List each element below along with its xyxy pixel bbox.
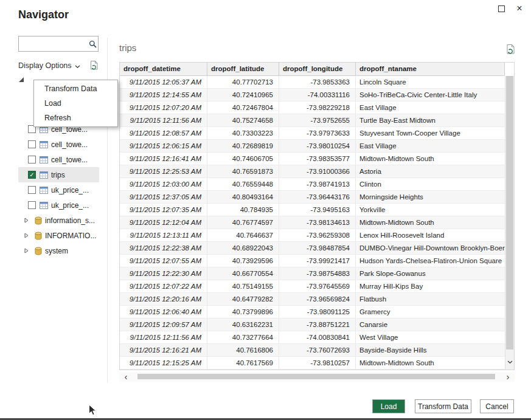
refresh-preview-icon[interactable] (505, 44, 516, 57)
tree-item-uk-price[interactable]: uk_price_... (17, 198, 102, 213)
table-cell: 9/11/2015 12:11:56 AM (120, 331, 207, 343)
table-cell: 9/11/2015 12:22:30 AM (120, 267, 207, 280)
tree-item-checkbox[interactable] (28, 140, 36, 148)
table-row: 9/11/2015 12:22:30 AM40.66770554-73.9875… (120, 267, 505, 280)
horizontal-scrollbar-track[interactable] (133, 372, 501, 382)
table-cell: Lenox Hill-Roosevelt Island (356, 229, 505, 241)
table-cell: -73.99921417 (279, 255, 356, 267)
table-cell: -73.88751221 (279, 318, 356, 331)
table-cell: -74.00830841 (279, 331, 356, 343)
tree-item-cell-towe[interactable]: cell_towe... (17, 137, 102, 152)
mouse-cursor-icon (88, 404, 97, 419)
tree-item-informatio[interactable]: INFORMATIO... (17, 228, 102, 243)
display-options-dropdown[interactable]: Display Options (18, 61, 80, 71)
expand-arrow-icon[interactable] (24, 233, 29, 238)
column-header-dropoff_latitude: dropoff_latitude (207, 63, 279, 75)
tree-item-checkbox[interactable] (28, 186, 36, 194)
database-icon (35, 232, 42, 240)
table-cell: 9/11/2015 12:20:16 AM (120, 293, 207, 305)
table-row: 9/11/2015 12:08:57 AM40.73303223-73.9797… (120, 127, 505, 140)
transform-data-button[interactable]: Transform Data (415, 399, 471, 413)
refresh-list-icon[interactable] (89, 60, 99, 73)
table-cell: Bayside-Bayside Hills (356, 344, 505, 356)
tree-item-system[interactable]: system (17, 243, 102, 258)
table-row: 9/11/2015 12:20:16 AM40.64779282-73.9656… (120, 293, 505, 306)
tree-item-checkbox[interactable] (28, 156, 36, 164)
table-cell: 9/11/2015 12:37:05 AM (120, 191, 207, 203)
table-row: 9/11/2015 12:25:53 AM40.76591873-73.9100… (120, 165, 505, 178)
table-cell: 40.68922043 (207, 242, 279, 254)
table-cell: 9/11/2015 12:05:37 AM (120, 76, 207, 88)
display-options-label: Display Options (18, 61, 72, 70)
column-header-dropoff_longitude: dropoff_longitude (279, 63, 356, 75)
search-box (18, 36, 99, 52)
tree-item-trips[interactable]: ✓trips (18, 167, 99, 182)
table-cell: 9/11/2015 12:15:25 AM (120, 357, 207, 369)
table-row: 9/11/2015 12:37:05 AM40.80493164-73.9644… (120, 191, 505, 204)
search-input[interactable] (19, 38, 87, 49)
search-icon[interactable] (87, 40, 98, 48)
expanded-node-arrow-icon[interactable] (19, 77, 24, 82)
table-cell: 9/11/2015 12:03:00 AM (120, 178, 207, 190)
table-cell: 40.66770554 (207, 267, 279, 280)
context-menu-item-transform-data[interactable]: Transform Data (34, 81, 117, 96)
table-cell: 40.76591873 (207, 165, 279, 177)
table-row: 9/11/2015 12:07:22 AM40.75149155-73.9764… (120, 280, 505, 293)
table-cell: 40.76559448 (207, 178, 279, 190)
tree-item-uk-price[interactable]: uk_price_... (17, 182, 102, 198)
scroll-left-icon[interactable]: ‹ (119, 373, 133, 381)
table-cell: -73.98353577 (279, 153, 356, 165)
table-cell: -73.9752655 (279, 114, 356, 126)
table-cell: 40.7617569 (207, 357, 279, 369)
table-cell: East Village (356, 102, 505, 114)
preview-table-title: trips (119, 43, 136, 53)
table-cell: Flatbush (356, 293, 505, 305)
table-cell: 40.73929596 (207, 255, 279, 267)
data-preview-grid: dropoff_datetimedropoff_latitudedropoff_… (119, 62, 515, 370)
table-cell: 40.72467804 (207, 102, 279, 114)
table-cell: 9/11/2015 12:16:41 AM (120, 153, 207, 165)
tree-item-label: INFORMATIO... (45, 232, 96, 240)
table-cell: Midtown-Midtown South (356, 216, 505, 229)
table-cell: Gramercy (356, 306, 505, 318)
horizontal-scrollbar[interactable]: ‹ › (119, 372, 515, 382)
expand-arrow-icon[interactable] (24, 218, 29, 223)
expand-arrow-icon[interactable] (24, 248, 29, 253)
table-row: 9/11/2015 12:14:55 AM40.72410965-74.0033… (120, 89, 505, 102)
maximize-button[interactable] (492, 2, 510, 15)
scroll-right-icon[interactable]: › (501, 373, 515, 381)
vertical-scrollbar-thumb[interactable] (506, 76, 513, 349)
table-icon (40, 187, 48, 194)
table-cell: -73.98741913 (279, 178, 356, 190)
tree-item-label: cell_towe... (51, 140, 88, 149)
tree-item-cell-towe[interactable]: cell_towe... (17, 152, 102, 167)
scroll-down-icon[interactable] (507, 356, 513, 367)
table-cell: Clinton (356, 178, 505, 190)
table-cell: -74.00331116 (279, 89, 356, 101)
context-menu-item-refresh[interactable]: Refresh (34, 111, 117, 125)
vertical-scrollbar[interactable] (505, 76, 514, 370)
tree-item-label: system (45, 247, 68, 255)
load-button[interactable]: Load (372, 399, 405, 413)
tree-item-label: uk_price_... (51, 186, 89, 195)
table-cell: 9/11/2015 12:22:38 AM (120, 242, 207, 254)
tree-item-checkbox[interactable]: ✓ (28, 171, 36, 179)
close-icon: × (516, 4, 522, 13)
table-cell: Midtown-Midtown South (356, 357, 505, 369)
database-icon (35, 216, 42, 225)
close-button[interactable]: × (510, 2, 529, 15)
table-cell: 9/11/2015 12:14:55 AM (120, 89, 207, 101)
table-cell: 9/11/2015 12:16:21 AM (120, 344, 207, 356)
cancel-button[interactable]: Cancel (480, 399, 514, 413)
table-cell: 9/11/2015 12:12:04 AM (120, 216, 207, 229)
context-menu: Transform DataLoadRefresh (33, 80, 118, 127)
tree-item-information-s[interactable]: information_s... (17, 213, 102, 228)
tree-item-checkbox[interactable] (28, 201, 36, 209)
table-row: 9/11/2015 12:16:41 AM40.74606705-73.9835… (120, 153, 505, 165)
table-row: 9/11/2015 12:03:00 AM40.76559448-73.9874… (120, 178, 505, 191)
database-icon (35, 247, 42, 255)
table-cell: 9/11/2015 12:07:35 AM (120, 204, 207, 216)
context-menu-item-load[interactable]: Load (34, 96, 117, 111)
horizontal-scrollbar-thumb[interactable] (137, 374, 495, 379)
table-cell: -73.96443176 (279, 191, 356, 203)
